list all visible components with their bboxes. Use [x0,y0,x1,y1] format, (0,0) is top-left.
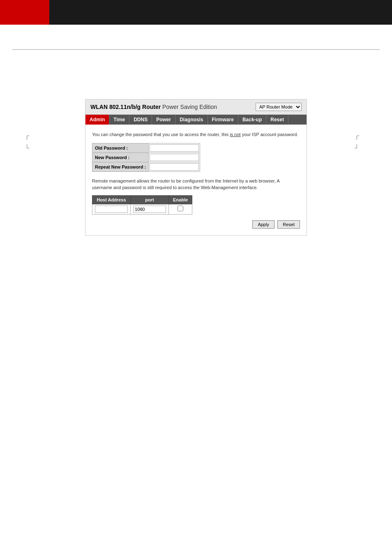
table-row: New Password : [92,153,200,162]
enable-checkbox[interactable] [178,206,183,211]
remote-table-header-row: Host Address port Enable [92,195,192,204]
nav-item-ddns[interactable]: DDNS [129,115,152,125]
button-row: Apply Reset [92,220,300,229]
nav-item-power[interactable]: Power [152,115,175,125]
apply-button[interactable]: Apply [252,220,274,229]
new-password-input[interactable] [150,154,199,161]
panel-title: WLAN 802.11n/b/g Router Power Saving Edi… [90,104,217,110]
old-password-label: Old Password : [92,143,149,153]
panel-title-regular: Power Saving Edition [162,104,217,110]
top-bar [0,0,392,25]
bracket-tr: ┌ [355,132,359,139]
old-password-cell [149,143,200,153]
reset-button[interactable]: Reset [277,220,300,229]
password-info: You can change the password that you use… [92,131,300,138]
table-row: Repeat New Password : [92,162,200,171]
table-row: Old Password : [92,143,200,153]
repeat-password-label: Repeat New Password : [92,162,149,171]
port-input[interactable] [133,206,166,213]
new-password-cell [149,153,200,162]
host-address-cell [92,204,131,214]
router-panel: WLAN 802.11n/b/g Router Power Saving Edi… [85,99,307,236]
host-address-input[interactable] [95,206,128,213]
old-password-input[interactable] [150,144,199,152]
nav-item-firmware[interactable]: Firmware [208,115,238,125]
enable-header: Enable [169,195,192,204]
mode-select[interactable]: AP Router Mode AP Mode [256,103,302,111]
nav-item-time[interactable]: Time [109,115,129,125]
port-cell [131,204,169,214]
repeat-password-input[interactable] [150,163,199,171]
remote-table-row [92,204,192,214]
nav-item-reset[interactable]: Reset [266,115,288,125]
nav-item-backup[interactable]: Back-up [238,115,266,125]
main-content: ┌ └ ┌ ┘ WLAN 802.11n/b/g Router Power Sa… [0,50,392,244]
enable-cell [169,204,192,214]
panel-body: You can change the password that you use… [85,125,307,235]
bracket-br: ┘ [355,144,359,152]
nav-item-admin[interactable]: Admin [85,115,109,125]
new-password-label: New Password : [92,153,149,162]
remote-table: Host Address port Enable [92,195,192,215]
nav-bar: Admin Time DDNS Power Diagnosis Firmware… [85,115,307,125]
top-bar-accent [0,0,49,25]
panel-title-bold: WLAN 802.11n/b/g Router [90,104,161,110]
info-text-after: your ISP account password. [241,132,298,137]
nav-item-diagnosis[interactable]: Diagnosis [175,115,208,125]
bracket-bl: └ [25,144,29,152]
password-table: Old Password : New Password : Repeat New… [92,143,200,172]
port-header: port [131,195,169,204]
panel-header: WLAN 802.11n/b/g Router Power Saving Edi… [85,99,307,115]
bracket-tl: ┌ [25,132,29,139]
remote-info: Remote management allows the router to b… [92,178,300,191]
host-address-header: Host Address [92,195,131,204]
repeat-password-cell [149,162,200,171]
info-text-before: You can change the password that you use… [92,132,230,137]
info-underline: is not [230,132,240,137]
